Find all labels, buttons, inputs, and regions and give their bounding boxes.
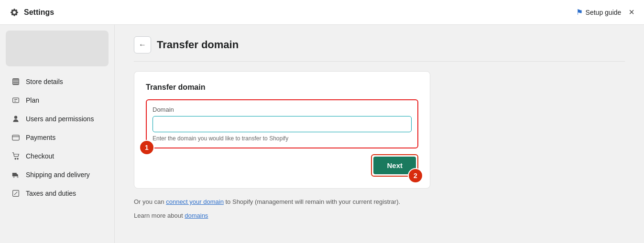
step-1-badge: 1 [139, 140, 154, 155]
connect-domain-link[interactable]: connect your domain [166, 198, 224, 205]
svg-rect-2 [12, 135, 19, 140]
sidebar-item-taxes[interactable]: Taxes and duties [4, 184, 110, 202]
transfer-card: Transfer domain Domain Enter the domain … [134, 71, 430, 189]
domains-link[interactable]: domains [185, 212, 208, 219]
content-area: ← Transfer domain Transfer domain Domain… [115, 25, 644, 243]
sidebar-label-checkout: Checkout [26, 152, 54, 160]
sidebar-item-store-details[interactable]: Store details [4, 73, 110, 91]
footer-suffix: to Shopify (management will remain with … [224, 198, 400, 205]
users-icon [11, 115, 20, 123]
close-icon[interactable]: × [629, 7, 634, 18]
domain-label: Domain [153, 106, 412, 113]
card-title: Transfer domain [146, 83, 418, 92]
header: Settings ⚑ Setup guide × [0, 0, 644, 25]
sidebar-label-payments: Payments [26, 134, 55, 141]
svg-point-3 [15, 158, 16, 159]
sidebar-label-store-details: Store details [26, 78, 63, 85]
header-left: Settings [10, 8, 54, 17]
sidebar-item-shipping[interactable]: Shipping and delivery [4, 166, 110, 184]
store-icon [11, 77, 20, 86]
domain-form-group: Domain Enter the domain you would like t… [146, 99, 418, 148]
setup-guide-label: Setup guide [586, 9, 622, 16]
learn-more-text: Learn more about domains [134, 212, 430, 219]
svg-rect-1 [13, 98, 19, 103]
next-button-wrapper: Next 2 [146, 154, 418, 177]
checkout-icon [11, 152, 20, 160]
svg-point-4 [17, 158, 18, 159]
store-logo [6, 31, 109, 66]
header-title: Settings [24, 8, 54, 17]
sidebar-label-shipping: Shipping and delivery [26, 171, 90, 179]
gear-icon [10, 8, 19, 17]
footer-prefix: Or you can [134, 198, 166, 205]
sidebar-label-users: Users and permissions [26, 115, 94, 123]
footer-text: Or you can connect your domain to Shopif… [134, 198, 430, 205]
back-button[interactable]: ← [134, 36, 151, 53]
sidebar-item-plan[interactable]: Plan [4, 91, 110, 109]
taxes-icon [11, 189, 20, 198]
header-right: ⚑ Setup guide × [576, 7, 634, 18]
sidebar-item-payments[interactable]: Payments [4, 128, 110, 147]
sidebar-label-plan: Plan [26, 96, 39, 104]
sidebar: Store details Plan Users and permis [0, 25, 115, 243]
page-divider [134, 61, 625, 62]
domain-hint: Enter the domain you would like to trans… [153, 135, 412, 142]
sidebar-item-checkout[interactable]: Checkout [4, 147, 110, 165]
learn-prefix: Learn more about [134, 212, 185, 219]
setup-guide-button[interactable]: ⚑ Setup guide [576, 8, 622, 17]
flag-icon: ⚑ [576, 8, 583, 17]
svg-point-5 [13, 177, 14, 178]
sidebar-nav: Store details Plan Users and permis [0, 70, 114, 205]
domain-input[interactable] [153, 116, 412, 132]
plan-icon [11, 96, 20, 105]
svg-point-6 [17, 177, 18, 178]
sidebar-label-taxes: Taxes and duties [26, 190, 76, 197]
next-button-outer: Next 2 [371, 154, 418, 177]
page-header: ← Transfer domain [134, 36, 625, 53]
shipping-icon [11, 170, 20, 179]
sidebar-item-users[interactable]: Users and permissions [4, 110, 110, 128]
main-layout: Store details Plan Users and permis [0, 25, 644, 243]
payments-icon [11, 133, 20, 142]
step-2-badge: 2 [408, 168, 423, 183]
page-title: Transfer domain [157, 39, 239, 51]
